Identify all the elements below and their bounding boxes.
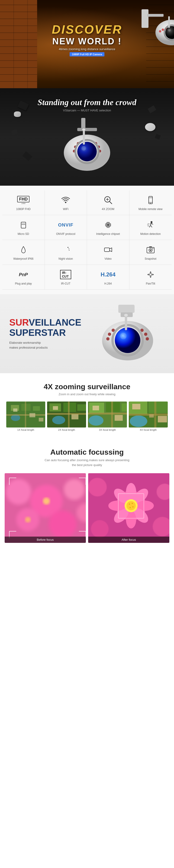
zoom-1x-svg <box>6 402 45 428</box>
svg-point-71 <box>150 249 151 251</box>
svg-point-55 <box>150 221 152 223</box>
chipset-svg <box>103 220 113 229</box>
svg-point-82 <box>144 333 147 336</box>
video-icon <box>103 244 114 255</box>
svg-point-89 <box>124 314 128 316</box>
svg-point-157 <box>132 503 133 504</box>
onvif-label: ONVIF protocol <box>56 232 75 236</box>
surveillance-text-block: SURVEILLANCESUPERSTAR Elaborate workmans… <box>9 317 81 350</box>
zoom-1x-item: 1X focal length <box>6 402 45 432</box>
focus-after-item: After focus <box>88 473 169 543</box>
zoom-1x-image <box>6 402 45 428</box>
surveillance-title-sur: SUR <box>9 317 29 328</box>
svg-rect-93 <box>33 406 40 411</box>
zoom-svg <box>103 195 113 205</box>
motion-icon <box>145 219 156 230</box>
feature-pantilt: Pan/Tilt <box>130 265 172 290</box>
zoom-1x-label: 1X focal length <box>18 428 34 431</box>
surveillance-camera-svg <box>91 304 165 364</box>
svg-point-87 <box>124 336 126 339</box>
zoom-title: 4X zooming surveillance <box>5 382 169 391</box>
wifi-label: WiFi <box>63 208 68 211</box>
ircut-icon: IR-CUT <box>60 269 71 280</box>
focus-after-svg <box>88 473 169 543</box>
onvif-text: ONVIF <box>58 222 73 228</box>
svg-rect-112 <box>121 403 127 411</box>
svg-point-78 <box>106 337 109 340</box>
motion-svg <box>146 220 155 229</box>
zoom-2x-label: 2X focal length <box>58 428 75 431</box>
svg-point-23 <box>77 142 97 161</box>
svg-point-104 <box>52 416 65 424</box>
mobile-svg <box>146 195 155 205</box>
svg-line-57 <box>149 225 150 227</box>
svg-point-26 <box>82 128 85 131</box>
svg-rect-108 <box>71 414 78 420</box>
svg-rect-107 <box>53 406 58 410</box>
svg-point-83 <box>146 337 149 340</box>
svg-point-73 <box>152 248 153 249</box>
svg-point-134 <box>43 498 50 504</box>
wifi-icon <box>60 194 71 206</box>
hero-new-world-text: NEW WORLD ! <box>52 36 122 46</box>
svg-point-162 <box>91 520 109 538</box>
pnp-label: Plug and play <box>15 282 32 285</box>
svg-rect-103 <box>77 404 86 411</box>
svg-point-74 <box>149 273 152 276</box>
zoom-3x-svg <box>88 402 127 428</box>
svg-point-121 <box>130 415 147 427</box>
svg-rect-25 <box>83 129 85 145</box>
focus-before-svg <box>5 473 86 543</box>
feature-video: Video <box>87 240 130 265</box>
wifi-svg <box>61 195 70 205</box>
focus-after-label: After focus <box>121 538 136 541</box>
debris-5 <box>155 134 161 140</box>
svg-point-155 <box>127 501 136 510</box>
zoom-icon <box>103 194 114 206</box>
debris-2 <box>11 129 18 135</box>
zoom-3x-label: 3X focal length <box>99 428 116 431</box>
svg-point-158 <box>130 507 131 508</box>
svg-point-3 <box>159 30 161 32</box>
debris-camera-2 <box>14 112 21 117</box>
svg-rect-125 <box>158 416 167 423</box>
chipset-icon <box>103 219 114 230</box>
svg-point-24 <box>81 146 86 151</box>
feature-waterproof: Waterproof IP66 <box>2 240 45 265</box>
snapshot-label: Snapshot <box>144 257 156 260</box>
hero-subtitle-text: 4times zooming,long distance surveillanc… <box>52 48 122 51</box>
svg-rect-117 <box>115 415 123 421</box>
onvif-icon: ONVIF <box>60 219 71 230</box>
chipset-label: Intelligence chipset <box>96 232 120 236</box>
standing-section: Standing out from the crowd VStarcam — M… <box>0 88 174 186</box>
microsd-label: Micro SD <box>18 232 29 236</box>
pantilt-icon <box>145 269 156 280</box>
nightvision-label: Night vision <box>59 257 73 260</box>
h264-label: H.264 <box>104 282 112 285</box>
debris-4 <box>148 105 156 113</box>
autofocus-section: Automatic focussing Can auto focusing af… <box>0 439 174 548</box>
pnp-icon: PnP <box>18 269 29 280</box>
focus-after-image: After focus <box>88 473 169 543</box>
features-section: FHD 1080 1080P FHD WiFi <box>0 186 174 294</box>
svg-rect-98 <box>30 413 35 417</box>
focus-before-item: Before focus <box>5 473 86 543</box>
svg-rect-96 <box>25 402 26 428</box>
focus-after-label-bar: After focus <box>88 536 169 543</box>
zoom-images-container: 1X focal length 2X focal length <box>5 402 169 432</box>
feature-zoom: 4X ZOOM <box>87 190 130 215</box>
svg-rect-72 <box>149 246 152 248</box>
pantilt-label: Pan/Tilt <box>146 282 155 285</box>
hero-text-content: DISCOVER NEW WORLD ! 4times zooming,long… <box>52 23 122 56</box>
mobile-icon <box>145 194 156 206</box>
surveillance-desc: Elaborate workmanship makes professional… <box>9 340 81 350</box>
surveillance-title: SURVEILLANCESUPERSTAR <box>9 317 81 338</box>
svg-point-156 <box>129 503 130 504</box>
svg-point-27 <box>65 202 66 203</box>
svg-rect-12 <box>168 16 170 28</box>
feature-h264: H.264 H.264 <box>87 265 130 290</box>
zoom-label: 4X ZOOM <box>102 208 114 211</box>
focus-before-label: Before focus <box>37 538 54 541</box>
svg-rect-122 <box>129 413 168 416</box>
svg-rect-123 <box>154 402 156 428</box>
